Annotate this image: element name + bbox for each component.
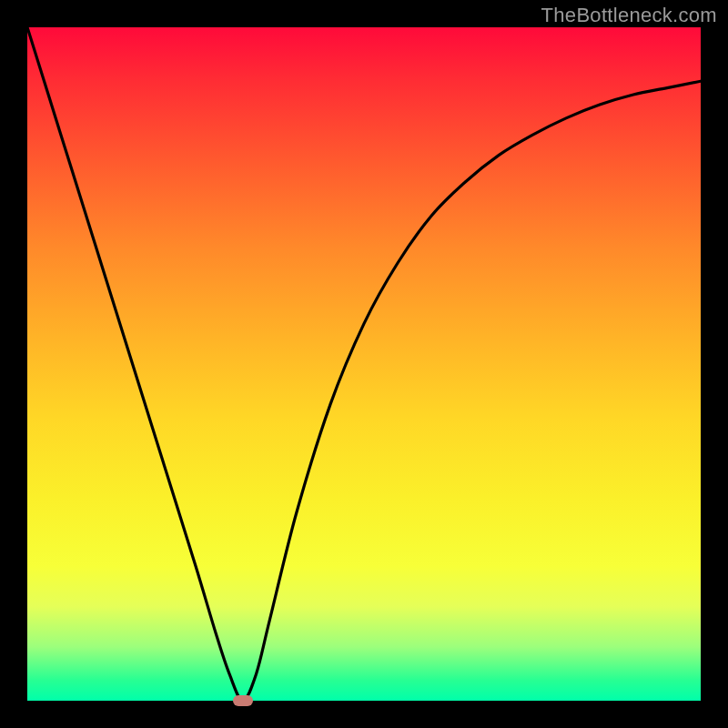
plot-area (27, 27, 701, 701)
chart-frame: TheBottleneck.com (0, 0, 728, 728)
minimum-marker (233, 695, 253, 706)
bottleneck-curve (27, 27, 701, 701)
curve-path (27, 27, 701, 701)
watermark-text: TheBottleneck.com (541, 4, 717, 27)
